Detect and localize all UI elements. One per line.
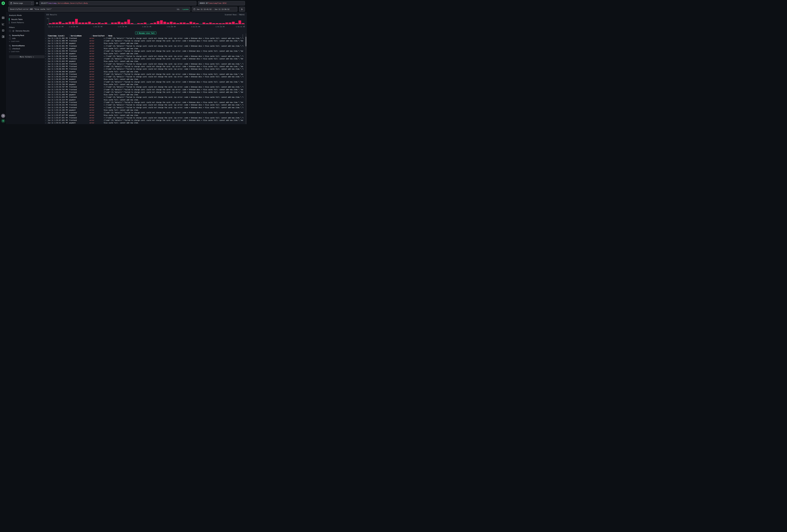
resume-live-tail-button[interactable]: Resume Live Tail [135,31,156,35]
log-row[interactable]: ›Jun 11 1:55:07.827 PMpaymenterrorVisa c… [45,114,243,116]
log-row[interactable]: ›Jun 11 1:56:03.252 PMfrontenderror{"cod… [45,81,243,83]
x-axis-label: 1:51:00 PM [167,26,176,27]
chart-bar [209,22,212,24]
row-expand-chevron-icon: › [45,42,48,44]
order-by-input[interactable]: ORDER BY TimestampTime DESC [198,1,245,5]
column-header-timestamp[interactable]: Timestamp (Local) [48,35,69,37]
chart-bar [193,22,195,24]
chart-bar [49,23,51,24]
row-body: Visa cache full: cannot add new item. [104,53,243,55]
log-row[interactable]: ›Jun 11 1:56:42.995 PMpaymenterrorVisa c… [45,47,243,50]
sessions-nav-icon[interactable] [2,29,4,32]
log-row[interactable]: ›Jun 11 1:55:16.300 PMfrontenderror{"cod… [45,111,243,114]
log-row[interactable]: ›Jun 11 1:56:43.001 PMfrontenderror× {"c… [45,45,243,47]
column-resize-handle[interactable] [91,35,91,37]
row-body: {"code":13,"details":"failed to charge c… [104,73,243,75]
column-header-body[interactable]: Body [108,35,242,37]
app-logo-icon[interactable] [1,1,5,5]
row-expand-chevron-icon: › [45,83,48,85]
source-selector[interactable]: Demo Logs [9,1,34,5]
denoise-checkbox[interactable] [9,30,11,32]
chart-bar [95,23,98,24]
row-expand-chevron-icon: › [45,81,48,83]
run-query-button[interactable] [239,7,245,12]
log-row[interactable]: ›Jun 11 1:56:42.999 PMfrontenderror{"cod… [45,50,243,52]
chart-bar [124,22,127,24]
denoise-results-option[interactable]: Denoise Results [9,30,43,32]
chart-explorer-nav-icon[interactable] [2,23,4,25]
row-timestamp: Jun 11 1:56:08.956 PM [48,68,69,70]
log-row[interactable]: ›Jun 11 1:56:38.534 PMpaymenterrorVisa c… [45,52,243,55]
table-scrollbar[interactable] [246,34,247,124]
language-sql-option[interactable]: SQL [177,8,180,10]
x-axis-label: 1:56:45 PM [236,26,245,27]
log-row[interactable]: ›Jun 11 1:56:32.843 PMpaymenterrorVisa c… [45,60,243,63]
column-header-servicename[interactable]: ServiceName [71,35,91,37]
log-row[interactable]: ›Jun 11 1:56:51.980 PMfrontenderror{"cod… [45,40,243,42]
log-row[interactable]: ›Jun 11 1:55:59.765 PMfrontenderror{"cod… [45,88,243,91]
log-row[interactable]: ›Jun 11 1:55:39.324 PMpaymenterrorVisa c… [45,99,243,101]
log-row[interactable]: ›Jun 11 1:55:39.330 PMfrontenderror{"cod… [45,101,243,104]
servicename-load-more[interactable]: Load more [9,51,43,52]
row-servicename: payment [69,53,89,55]
row-expand-chevron-icon: › [45,94,48,96]
table-options-kebab-icon[interactable] [242,34,243,37]
row-expand-chevron-icon: › [45,71,48,73]
mode-event-patterns[interactable]: Event Patterns [9,21,43,24]
log-row[interactable]: ›Jun 11 1:55:51.448 PMpaymenterrorVisa c… [45,93,243,96]
search-query-input[interactable] [10,8,175,10]
log-row[interactable]: ›Jun 11 1:56:32.849 PMfrontenderror× {"c… [45,63,243,65]
results-histogram[interactable]: 24 0 Jun 11 1:41:45 PM1:44:00 PM1:45:45 … [46,18,244,28]
log-row[interactable]: ›Jun 11 1:56:03.248 PMpaymenterrorVisa c… [45,78,243,81]
more-filters-button[interactable]: More filters [9,55,45,58]
row-expand-chevron-icon: › [45,52,48,55]
column-header-severitytext[interactable]: SeverityText [93,35,107,37]
log-row[interactable]: ›Jun 11 1:55:59.767 PMfrontenderror× {"c… [45,86,243,88]
filter-option-checkout[interactable]: checkout [9,48,43,50]
source-settings-gear-icon[interactable] [36,2,38,4]
log-row[interactable]: ›Jun 11 1:56:08.956 PMfrontenderror× {"c… [45,68,243,70]
log-row[interactable]: ›Jun 11 1:55:07.841 PMfrontenderror× {"c… [45,116,243,119]
log-row[interactable]: ›Jun 11 1:55:59.760 PMpaymenterrorVisa c… [45,83,243,86]
log-row[interactable]: ›Jun 11 1:55:07.835 PMfrontenderror{"cod… [45,119,243,122]
log-row[interactable]: ›Jun 11 1:56:08.948 PMpaymenterrorVisa c… [45,70,243,73]
log-row[interactable]: ›Jun 11 1:55:51.454 PMfrontenderror× {"c… [45,96,243,99]
log-row[interactable]: ›Jun 11 1:56:38.540 PMfrontenderror{"cod… [45,58,243,60]
dashboards-nav-icon[interactable] [2,35,4,38]
log-row[interactable]: ›Jun 11 1:55:51.452 PMfrontenderror{"cod… [45,91,243,93]
row-severity: error [89,66,104,67]
log-row[interactable]: ›Jun 11 1:56:51.982 PMfrontenderror× {"c… [45,37,243,40]
chart-bar [196,23,199,24]
log-row[interactable]: ›Jun 11 1:56:03.254 PMfrontenderror× {"c… [45,76,243,78]
log-row[interactable]: ›Jun 11 1:56:51.975 PMpaymenterrorVisa c… [45,42,243,45]
scrollbar-thumb[interactable] [246,37,246,46]
log-row[interactable]: ›Jun 11 1:54:52.241 PMpaymenterrorVisa c… [45,122,243,124]
help-button[interactable]: ? [1,114,5,118]
row-servicename: frontend [69,40,89,42]
servicename-group-header[interactable]: ServiceName [9,45,43,47]
chart-bar [160,20,163,24]
log-row[interactable]: ›Jun 11 1:56:32.848 PMfrontenderror{"cod… [45,65,243,68]
select-columns-input[interactable]: SELECT Timestamp, ServiceName, SeverityT… [39,1,196,5]
filter-option-info[interactable]: info [9,38,43,40]
user-avatar[interactable]: U [1,119,5,123]
column-resize-handle[interactable] [69,35,69,37]
row-servicename: frontend [69,66,89,67]
checkout-checkbox[interactable] [9,48,11,50]
time-range-picker[interactable]: Jun 11 13:41:52 - Jun 11 13:56:52 [192,7,237,12]
log-row[interactable]: ›Jun 11 1:56:08.955 PMfrontenderror{"cod… [45,73,243,76]
language-lucene-option[interactable]: Lucene [183,8,189,10]
column-resize-handle[interactable] [107,35,107,37]
mode-results-table[interactable]: Results Table [9,18,43,21]
search-logs-nav-icon[interactable] [2,16,4,19]
info-checkbox[interactable] [9,38,11,40]
severitytext-group-header[interactable]: SeverityText [9,35,43,37]
log-row[interactable]: ›Jun 11 1:55:39.331 PMfrontenderror× {"c… [45,104,243,106]
log-row[interactable]: ›Jun 11 1:55:16.302 PMfrontenderror× {"c… [45,106,243,109]
row-body: × {"code":13,"details":"failed to charge… [104,117,243,119]
severitytext-load-more[interactable]: Load more [9,40,43,42]
log-row[interactable]: ›Jun 11 1:56:38.542 PMfrontenderror× {"c… [45,55,243,58]
log-row[interactable]: ›Jun 11 1:55:16.296 PMpaymenterrorVisa c… [45,109,243,111]
row-body: {"code":13,"details":"failed to charge c… [104,50,243,52]
left-icon-rail: ? U [0,0,6,124]
